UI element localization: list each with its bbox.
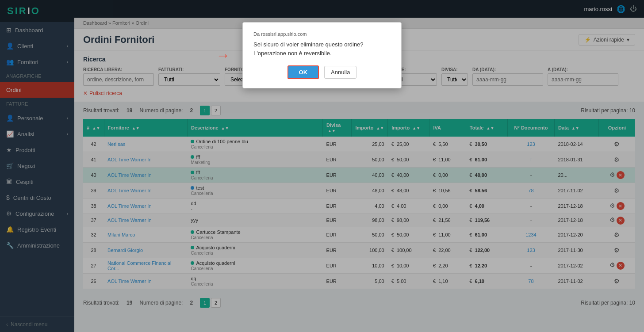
confirm-dialog: Da rossisrl.app.sirio.com Sei sicuro di …	[242, 22, 402, 88]
dialog-buttons: OK Annulla	[253, 65, 391, 79]
dialog-source: Da rossisrl.app.sirio.com	[253, 31, 391, 37]
dialog-overlay: → Da rossisrl.app.sirio.com Sei sicuro d…	[0, 0, 644, 332]
dialog-annulla-button[interactable]: Annulla	[324, 66, 356, 79]
dialog-message: Sei sicuro di voler eliminare questo ord…	[253, 40, 391, 57]
arrow-indicator: →	[216, 47, 230, 64]
dialog-ok-button[interactable]: OK	[288, 65, 319, 79]
